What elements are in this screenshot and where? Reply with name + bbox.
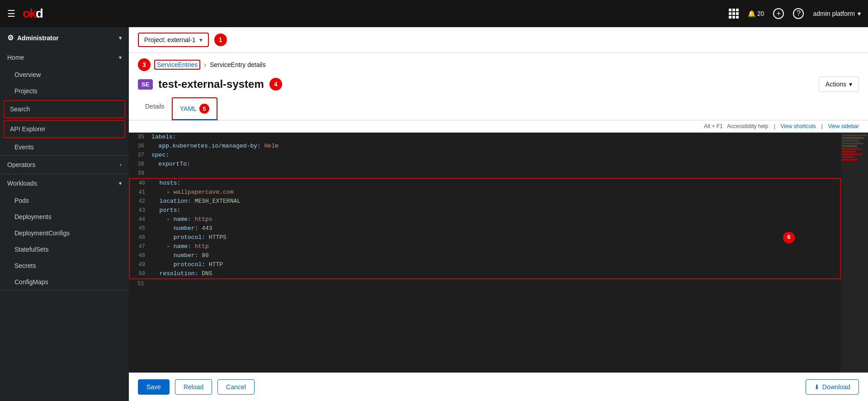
separator2: | xyxy=(821,123,822,129)
layout: ⚙ Administrator ▾ Home ▾ Overview Projec… xyxy=(0,27,868,401)
operators-label: Operators xyxy=(7,161,35,168)
code-line-35: 35 labels: xyxy=(129,133,841,142)
actions-button[interactable]: Actions ▾ xyxy=(819,76,859,92)
gear-icon: ⚙ xyxy=(7,33,14,42)
step-badge-6: 6 xyxy=(783,232,795,243)
line-num-45: 45 xyxy=(130,224,152,233)
se-badge: SE xyxy=(138,79,153,90)
project-selector[interactable]: Project: external-1 ▾ xyxy=(138,33,209,47)
workloads-chevron: ▾ xyxy=(119,180,122,186)
line-num-39: 39 xyxy=(129,169,151,178)
code-editor[interactable]: 35 labels: 36 app.kubernetes.io/managed-… xyxy=(129,133,841,372)
code-line-42: 42 location: MESH_EXTERNAL xyxy=(129,197,841,206)
yaml-tab-label: YAML xyxy=(180,105,197,112)
sidebar-item-deployments[interactable]: Deployments xyxy=(0,209,129,225)
sidebar-item-overview[interactable]: Overview xyxy=(0,67,129,83)
reload-button[interactable]: Reload xyxy=(175,379,212,395)
app-logo: okd xyxy=(23,6,42,21)
line-content-48: number: 80 xyxy=(152,251,840,260)
add-button[interactable]: + xyxy=(773,8,784,19)
apps-grid-icon[interactable] xyxy=(729,9,739,19)
sidebar-item-search[interactable]: Search xyxy=(4,100,125,118)
code-line-37: 37 spec: xyxy=(129,151,841,160)
line-content-46: protocol: HTTPS xyxy=(152,233,840,242)
line-content-43: ports: xyxy=(152,206,840,215)
line-num-36: 36 xyxy=(129,142,151,151)
code-line-48: 48 number: 80 xyxy=(129,251,841,260)
navbar-right: 🔔 20 + ? admin platform ▾ xyxy=(729,8,861,19)
home-label: Home xyxy=(7,54,24,61)
cancel-button[interactable]: Cancel xyxy=(217,379,255,395)
footer-bar: Save Reload Cancel ⬇ Download xyxy=(129,372,868,401)
sidebar-item-events[interactable]: Events xyxy=(0,139,129,155)
role-selector[interactable]: ⚙ Administrator ▾ xyxy=(0,27,129,48)
code-line-43: 43 ports: xyxy=(129,206,841,215)
code-line-44: 44 - name: https xyxy=(129,215,841,224)
sidebar-item-pods[interactable]: Pods xyxy=(0,192,129,209)
sidebar-item-configmaps[interactable]: ConfigMaps xyxy=(0,274,129,290)
code-line-47: 47 - name: http xyxy=(129,242,841,251)
project-dropdown-arrow: ▾ xyxy=(199,36,203,43)
project-label: Project: external-1 xyxy=(144,36,196,43)
navbar: ☰ okd 🔔 20 + ? admin platform ▾ xyxy=(0,0,868,27)
notifications-button[interactable]: 🔔 20 xyxy=(748,10,764,17)
sidebar-group-operators[interactable]: Operators › xyxy=(0,156,129,174)
sidebar-group-home[interactable]: Home ▾ xyxy=(0,48,129,67)
step-badge-5: 5 xyxy=(199,104,209,114)
sidebar: ⚙ Administrator ▾ Home ▾ Overview Projec… xyxy=(0,27,129,401)
code-line-50: 50 resolution: DNS xyxy=(129,269,841,279)
notification-count: 20 xyxy=(757,10,764,17)
home-chevron: ▾ xyxy=(119,54,122,61)
top-bar: Project: external-1 ▾ 1 xyxy=(129,27,868,53)
code-editor-wrapper: 35 labels: 36 app.kubernetes.io/managed-… xyxy=(129,133,868,372)
line-content-41: - wallpapercave.com xyxy=(152,188,840,197)
user-menu[interactable]: admin platform ▾ xyxy=(813,10,861,17)
step-badge-4: 4 xyxy=(269,78,282,91)
tabs-bar: Details YAML 5 xyxy=(129,97,868,120)
kbd-hint: Alt + F1 Accessibility help xyxy=(704,123,768,129)
download-button[interactable]: ⬇ Download xyxy=(806,379,859,395)
line-content-44: - name: https xyxy=(152,215,840,224)
line-num-42: 42 xyxy=(130,197,152,206)
sidebar-item-projects[interactable]: Projects xyxy=(0,83,129,99)
line-num-51: 51 xyxy=(129,279,151,288)
separator1: | xyxy=(774,123,775,129)
sidebar-item-deploymentconfigs[interactable]: DeploymentConfigs xyxy=(0,225,129,241)
home-items: Overview Projects Search API Explorer Ev… xyxy=(0,67,129,155)
kbd-text: Alt + F1 xyxy=(704,123,723,129)
user-label: admin platform xyxy=(813,10,855,17)
breadcrumb-separator: › xyxy=(204,61,206,68)
line-content-37: spec: xyxy=(151,151,841,160)
sidebar-group-workloads[interactable]: Workloads ▾ xyxy=(0,174,129,192)
tab-yaml[interactable]: YAML 5 xyxy=(172,97,217,120)
line-num-48: 48 xyxy=(130,251,152,260)
step-badge-1: 1 xyxy=(214,33,227,46)
line-content-36: app.kubernetes.io/managed-by: Helm xyxy=(151,142,841,151)
tab-details[interactable]: Details xyxy=(138,97,172,120)
breadcrumb-link[interactable]: ServiceEntries xyxy=(154,60,200,70)
save-button[interactable]: Save xyxy=(138,379,170,395)
help-button[interactable]: ? xyxy=(793,8,804,19)
code-line-49: 49 protocol: HTTP xyxy=(129,260,841,269)
line-num-37: 37 xyxy=(129,151,151,160)
actions-label: Actions xyxy=(826,81,846,88)
sidebar-item-statefulsets[interactable]: StatefulSets xyxy=(0,241,129,258)
line-num-50: 50 xyxy=(130,269,152,278)
page-title: test-external-system xyxy=(158,78,264,91)
view-shortcuts-link[interactable]: View shortcuts xyxy=(781,123,816,129)
workloads-items: Pods Deployments DeploymentConfigs State… xyxy=(0,192,129,290)
line-content-40: hosts: xyxy=(152,179,840,188)
sidebar-item-secrets[interactable]: Secrets xyxy=(0,258,129,274)
code-line-41: 41 - wallpapercave.com xyxy=(129,188,841,197)
code-line-45: 45 number: 443 xyxy=(129,224,841,233)
sidebar-item-api-explorer[interactable]: API Explorer xyxy=(4,120,125,138)
hamburger-icon[interactable]: ☰ xyxy=(7,8,15,19)
role-label: Administrator xyxy=(17,34,59,42)
sidebar-section-home: Home ▾ Overview Projects Search API Expl… xyxy=(0,48,129,156)
line-content-39 xyxy=(151,169,841,178)
breadcrumb-current: ServiceEntry details xyxy=(210,61,266,68)
page-title-row: SE test-external-system 4 Actions ▾ xyxy=(129,71,868,97)
download-icon: ⬇ xyxy=(814,383,820,391)
view-sidebar-link[interactable]: View sidebar xyxy=(828,123,859,129)
line-num-43: 43 xyxy=(130,206,152,215)
